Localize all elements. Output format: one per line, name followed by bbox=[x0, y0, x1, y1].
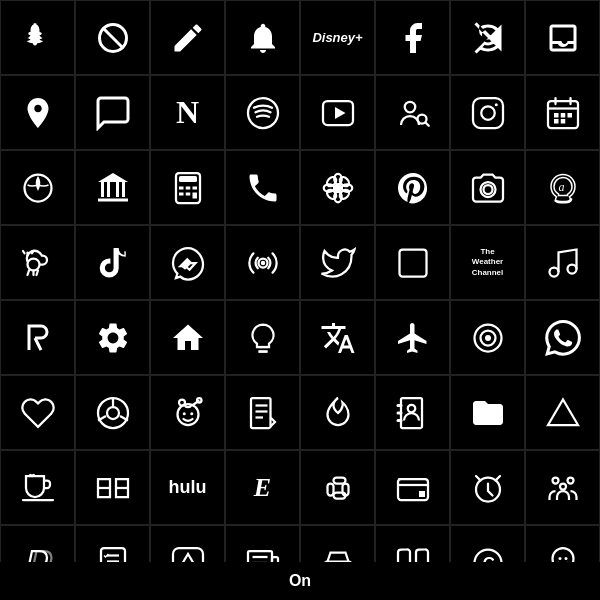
message-icon[interactable] bbox=[75, 75, 150, 150]
svg-rect-19 bbox=[560, 119, 565, 124]
hulu-icon[interactable]: hulu bbox=[150, 450, 225, 525]
notes-icon[interactable] bbox=[225, 375, 300, 450]
flower-icon[interactable] bbox=[300, 150, 375, 225]
svg-rect-16 bbox=[560, 113, 565, 118]
svg-point-66 bbox=[182, 412, 185, 415]
inbox-icon[interactable] bbox=[525, 0, 600, 75]
weather-channel-icon[interactable]: TheWeatherChannel bbox=[450, 225, 525, 300]
svg-rect-8 bbox=[473, 98, 503, 128]
svg-point-10 bbox=[494, 103, 497, 106]
alarm-icon[interactable] bbox=[450, 450, 525, 525]
svg-rect-25 bbox=[122, 182, 125, 197]
spotify-icon[interactable] bbox=[225, 75, 300, 150]
svg-rect-26 bbox=[98, 198, 128, 201]
search-person-icon[interactable] bbox=[375, 75, 450, 150]
svg-rect-34 bbox=[192, 192, 197, 198]
svg-point-53 bbox=[549, 267, 558, 276]
svg-rect-17 bbox=[567, 113, 572, 118]
camera-icon[interactable] bbox=[450, 150, 525, 225]
calendar-icon[interactable] bbox=[525, 75, 600, 150]
reddit-icon[interactable] bbox=[150, 375, 225, 450]
svg-point-59 bbox=[485, 335, 491, 341]
bottom-bar: On bbox=[0, 562, 600, 600]
svg-rect-84 bbox=[333, 477, 345, 483]
svg-point-5 bbox=[404, 101, 415, 112]
coffee-icon[interactable] bbox=[0, 450, 75, 525]
weather-icon[interactable] bbox=[0, 225, 75, 300]
target-icon[interactable] bbox=[450, 300, 525, 375]
translate-icon[interactable] bbox=[300, 300, 375, 375]
svg-rect-23 bbox=[107, 182, 110, 197]
airplane-icon[interactable] bbox=[375, 300, 450, 375]
svg-rect-28 bbox=[179, 176, 197, 182]
svg-point-90 bbox=[552, 477, 558, 483]
folder-icon[interactable] bbox=[450, 375, 525, 450]
svg-rect-30 bbox=[185, 186, 190, 189]
chrome-icon[interactable] bbox=[75, 375, 150, 450]
svg-rect-32 bbox=[179, 192, 184, 195]
pandora-icon[interactable] bbox=[0, 300, 75, 375]
podcast-icon[interactable] bbox=[225, 225, 300, 300]
svg-rect-31 bbox=[192, 186, 197, 189]
heart-icon[interactable] bbox=[0, 375, 75, 450]
calculator-icon[interactable] bbox=[150, 150, 225, 225]
location-icon[interactable] bbox=[0, 75, 75, 150]
tiktok-icon[interactable] bbox=[75, 225, 150, 300]
wallet-icon[interactable] bbox=[375, 450, 450, 525]
svg-point-44 bbox=[483, 185, 492, 194]
phone-icon[interactable] bbox=[225, 150, 300, 225]
facebook-icon[interactable] bbox=[375, 0, 450, 75]
messenger-icon[interactable] bbox=[150, 225, 225, 300]
contacts-icon[interactable] bbox=[375, 375, 450, 450]
starbucks-icon[interactable] bbox=[0, 150, 75, 225]
svg-point-9 bbox=[481, 106, 495, 120]
svg-rect-52 bbox=[399, 249, 426, 276]
svg-point-91 bbox=[567, 477, 573, 483]
netflix-icon[interactable]: N bbox=[150, 75, 225, 150]
svg-rect-70 bbox=[251, 398, 271, 428]
svg-marker-21 bbox=[98, 173, 128, 182]
instagram-icon[interactable] bbox=[450, 75, 525, 150]
twitter-icon[interactable] bbox=[300, 225, 375, 300]
settings-icon[interactable] bbox=[75, 300, 150, 375]
svg-point-75 bbox=[407, 404, 415, 412]
bank-icon[interactable] bbox=[75, 150, 150, 225]
adobe-icon[interactable] bbox=[525, 375, 600, 450]
bottom-label: On bbox=[289, 572, 311, 590]
snapchat-icon[interactable] bbox=[0, 0, 75, 75]
svg-line-48 bbox=[32, 251, 34, 253]
svg-rect-18 bbox=[554, 119, 559, 124]
svg-rect-29 bbox=[179, 186, 184, 189]
books-icon[interactable] bbox=[75, 450, 150, 525]
svg-point-110 bbox=[564, 557, 567, 560]
tinder-icon[interactable] bbox=[300, 375, 375, 450]
ban-icon[interactable] bbox=[75, 0, 150, 75]
etsy-icon[interactable]: E bbox=[225, 450, 300, 525]
svg-point-60 bbox=[107, 407, 119, 419]
svg-rect-33 bbox=[185, 192, 190, 195]
svg-rect-22 bbox=[101, 182, 104, 197]
disney-plus-icon[interactable]: Disney+ bbox=[300, 0, 375, 75]
notification-icon[interactable] bbox=[225, 0, 300, 75]
music-note-icon[interactable] bbox=[525, 225, 600, 300]
lightbulb-icon[interactable] bbox=[225, 300, 300, 375]
pinterest-icon[interactable] bbox=[375, 150, 450, 225]
home-icon[interactable] bbox=[150, 300, 225, 375]
amazon-icon[interactable]: a bbox=[525, 150, 600, 225]
svg-line-1 bbox=[102, 27, 123, 48]
svg-rect-15 bbox=[554, 113, 559, 118]
slack-icon[interactable] bbox=[300, 450, 375, 525]
svg-point-54 bbox=[567, 264, 576, 273]
svg-rect-24 bbox=[116, 182, 119, 197]
no-wifi-icon[interactable] bbox=[450, 0, 525, 75]
youtube-icon[interactable] bbox=[300, 75, 375, 150]
edit-icon[interactable] bbox=[150, 0, 225, 75]
shape-icon[interactable] bbox=[375, 225, 450, 300]
family-icon[interactable] bbox=[525, 450, 600, 525]
svg-point-67 bbox=[190, 412, 193, 415]
svg-point-109 bbox=[558, 557, 561, 560]
svg-text:a: a bbox=[558, 180, 564, 194]
svg-point-46 bbox=[27, 258, 39, 270]
whatsapp-icon[interactable] bbox=[525, 300, 600, 375]
svg-line-7 bbox=[425, 122, 428, 125]
